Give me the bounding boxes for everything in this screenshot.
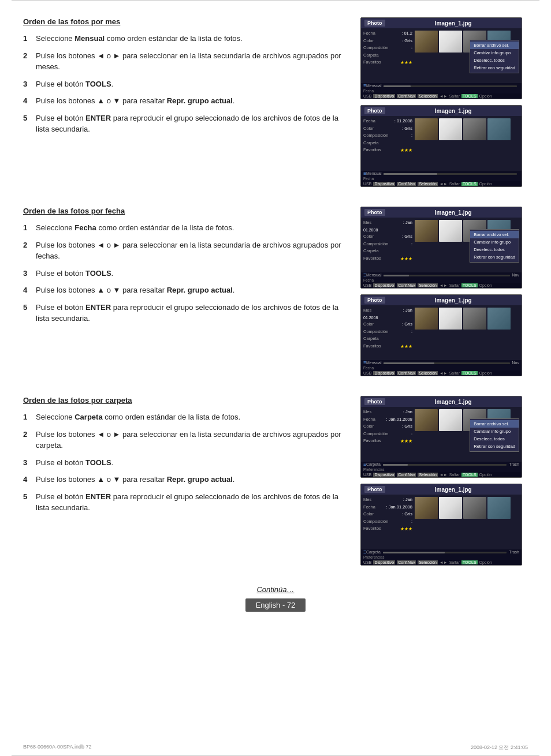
sidebar-row: 01.2008 bbox=[363, 227, 412, 233]
instruction-text: Pulse los botones ◄ o ► para seleccionar… bbox=[36, 239, 349, 262]
sidebar-row: Composición: bbox=[363, 241, 412, 248]
screen-panel-fecha-2: Photo Imagen_1.jpg Mes: Jan 01.2008 Colo… bbox=[360, 294, 522, 376]
thumbnail bbox=[487, 497, 511, 519]
sidebar-row: Color: Gris bbox=[363, 234, 412, 240]
photo-label: Photo bbox=[364, 20, 385, 27]
menu-item: Cambiar info grupo bbox=[470, 428, 519, 435]
panel-label-nav: Fecha bbox=[361, 88, 522, 93]
thumbnail bbox=[439, 497, 462, 519]
instruction-fecha-1: 1 Seleccione Fecha como orden estándar d… bbox=[23, 222, 349, 234]
sidebar-row: Color: Gris bbox=[363, 126, 412, 132]
instruction-mes-5: 5 Pulse el botón ENTER para reproducir e… bbox=[23, 113, 349, 135]
panel-thumbnails bbox=[415, 497, 519, 547]
panel-label-nav: Fecha bbox=[361, 365, 522, 370]
sidebar-row: Composición: bbox=[363, 133, 412, 139]
panel-header-fecha-1: Photo Imagen_1.jpg bbox=[361, 207, 522, 218]
panel-body-fecha-1: Mes: Jan 01.2008 Color: Gris Composición… bbox=[361, 218, 522, 272]
instruction-num: 4 bbox=[23, 285, 31, 296]
panel-label-line: ☰ Carpeta Trash bbox=[361, 462, 522, 467]
instruction-num: 2 bbox=[23, 429, 31, 451]
instruction-text: Pulse el botón ENTER para reproducir el … bbox=[36, 491, 349, 514]
panel-sidebar-fecha-2: Mes: Jan 01.2008 Color: Gris Composición… bbox=[363, 308, 412, 358]
continua-text: Continúa… bbox=[256, 585, 294, 594]
sidebar-row: Favoritos★★★ bbox=[363, 526, 412, 532]
panel-thumbnails bbox=[415, 118, 519, 169]
thumbnail bbox=[439, 118, 462, 140]
instruction-carpeta-3: 3 Pulse el botón TOOLS. bbox=[23, 457, 349, 469]
instruction-text: Pulse los botones ▲ o ▼ para resaltar Re… bbox=[36, 285, 349, 296]
panel-body-mes-2: Fecha: 01.2008 Color: Gris Composición: … bbox=[361, 116, 522, 171]
menu-item: Borrar archivo sel. bbox=[470, 42, 519, 49]
panel-label-line: ☰ Mensual bbox=[361, 171, 522, 176]
photo-label: Photo bbox=[364, 297, 385, 304]
menu-item: Retirar con seguridad bbox=[470, 443, 519, 450]
menu-item: Retirar con seguridad bbox=[470, 253, 519, 261]
panel-sidebar-fecha-1: Mes: Jan 01.2008 Color: Gris Composición… bbox=[363, 220, 412, 270]
menu-item: Cambiar info grupo bbox=[470, 238, 519, 246]
panel-header-mes-2: Photo Imagen_1.jpg bbox=[361, 106, 522, 116]
sidebar-row: Carpeta bbox=[363, 248, 412, 255]
instruction-num: 2 bbox=[23, 239, 31, 262]
panel-body-carpeta-1: Mes: Jan Fecha: Jan.01.2008 Color: Gris … bbox=[361, 407, 522, 462]
menu-item: Retirar con seguridad bbox=[470, 64, 519, 72]
sidebar-row: Favoritos★★★ bbox=[363, 59, 412, 66]
thumbnail bbox=[463, 497, 486, 519]
sidebar-row: Composición: bbox=[363, 431, 412, 437]
panel-body-carpeta-2: Mes: Jan Fecha: Jan.01.2008 Color: Gris … bbox=[361, 495, 522, 549]
panel-label-line: ☰ Mensual bbox=[361, 83, 522, 88]
thumbnail bbox=[463, 118, 486, 140]
menu-item: Borrar archivo sel. bbox=[470, 231, 519, 238]
doc-left: BP68-00660A-00SPA.indb 72 bbox=[23, 744, 91, 751]
instruction-carpeta-5: 5 Pulse el botón ENTER para reproducir e… bbox=[23, 491, 349, 514]
panel-header-carpeta-1: Photo Imagen_1.jpg bbox=[361, 396, 522, 407]
instruction-mes-4: 4 Pulse los botones ▲ o ▼ para resaltar … bbox=[23, 95, 349, 107]
thumbnail bbox=[439, 220, 462, 242]
sidebar-row: Favoritos★★★ bbox=[363, 343, 412, 350]
section-fecha: Orden de las fotos por fecha 1 Seleccion… bbox=[23, 207, 528, 384]
panel-header-carpeta-2: Photo Imagen_1.jpg bbox=[361, 484, 522, 495]
section-mes: Orden de las fotos por mes 1 Seleccione … bbox=[23, 17, 528, 195]
screen-panel-carpeta-2: Photo Imagen_1.jpg Mes: Jan Fecha: Jan.0… bbox=[360, 484, 522, 566]
sidebar-row: Fecha: 01.2 bbox=[363, 31, 412, 37]
panel-nav-line: USB Dispositivo Conf.Nav Selección ◄► Sa… bbox=[361, 181, 522, 186]
thumbnail bbox=[415, 220, 438, 242]
instruction-text: Pulse el botón TOOLS. bbox=[36, 268, 349, 279]
screen-panel-carpeta-1: Photo Imagen_1.jpg Mes: Jan Fecha: Jan.0… bbox=[360, 396, 522, 478]
panel-body-mes-1: Fecha: 01.2 Color: Gris Composición: Car… bbox=[361, 28, 522, 83]
sidebar-row: Composición: bbox=[363, 519, 412, 525]
screen-panel-mes-2: Photo Imagen_1.jpg Fecha: 01.2008 Color:… bbox=[360, 105, 522, 187]
thumbnail bbox=[439, 31, 462, 53]
sidebar-row: Composición: bbox=[363, 329, 412, 335]
panel-sidebar-mes-1: Fecha: 01.2 Color: Gris Composición: Car… bbox=[363, 31, 412, 81]
panel-sidebar-carpeta-1: Mes: Jan Fecha: Jan.01.2008 Color: Gris … bbox=[363, 409, 412, 459]
page: Orden de las fotos por mes 1 Seleccione … bbox=[0, 0, 551, 756]
instruction-fecha-5: 5 Pulse el botón ENTER para reproducir e… bbox=[23, 302, 349, 324]
thumbnail bbox=[439, 409, 462, 431]
left-col-carpeta: Orden de las fotos por carpeta 1 Selecci… bbox=[23, 396, 349, 574]
footer-doc-info: BP68-00660A-00SPA.indb 72 2008-02-12 오전 … bbox=[0, 744, 551, 751]
left-col-mes: Orden de las fotos por mes 1 Seleccione … bbox=[23, 17, 349, 195]
instruction-num: 5 bbox=[23, 491, 31, 514]
instruction-num: 1 bbox=[23, 411, 31, 423]
panel-filename: Imagen_1.jpg bbox=[389, 108, 519, 114]
instruction-text: Seleccione Carpeta como orden estándar d… bbox=[36, 411, 349, 423]
instruction-carpeta-1: 1 Seleccione Carpeta como orden estándar… bbox=[23, 411, 349, 423]
thumbnail bbox=[415, 308, 438, 330]
panel-filename: Imagen_1.jpg bbox=[389, 209, 519, 216]
right-col-mes: Photo Imagen_1.jpg Fecha: 01.2 Color: Gr… bbox=[360, 17, 528, 195]
panel-nav-line: USB Dispositivo Conf.Nav Selección ◄► Sa… bbox=[361, 560, 522, 565]
sidebar-row: Carpeta bbox=[363, 140, 412, 147]
instruction-text: Seleccione Fecha como orden estándar de … bbox=[36, 222, 349, 234]
instruction-num: 3 bbox=[23, 268, 31, 279]
instruction-text: Pulse el botón ENTER para reproducir el … bbox=[36, 302, 349, 324]
content-area-fecha: Orden de las fotos por fecha 1 Seleccion… bbox=[23, 207, 528, 384]
instruction-num: 1 bbox=[23, 222, 31, 234]
panel-menu-mes-1: Borrar archivo sel. Cambiar info grupo D… bbox=[470, 40, 519, 73]
instruction-text: Pulse los botones ◄ o ► para seleccionar… bbox=[36, 50, 349, 73]
content-area-carpeta: Orden de las fotos por carpeta 1 Selecci… bbox=[23, 396, 528, 574]
section-carpeta: Orden de las fotos por carpeta 1 Selecci… bbox=[23, 396, 528, 574]
instruction-num: 2 bbox=[23, 50, 31, 73]
menu-item: Deselecc. todos bbox=[470, 57, 519, 64]
instruction-text: Pulse los botones ▲ o ▼ para resaltar Re… bbox=[36, 474, 349, 485]
panel-nav-line: USB Dispositivo Conf.Nav Selección ◄► Sa… bbox=[361, 283, 522, 288]
